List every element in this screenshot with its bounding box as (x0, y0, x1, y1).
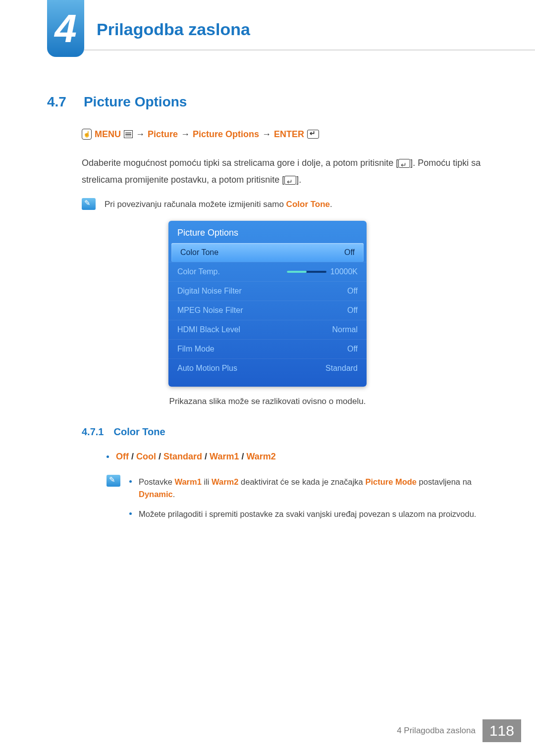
n2-1a: Postavke (139, 477, 174, 486)
chapter-number: 4 (54, 6, 77, 51)
section-number: 4.7 (47, 94, 66, 110)
note-1-text: Pri povezivanju računala možete izmijeni… (105, 198, 332, 211)
bullet-icon (129, 512, 132, 515)
para1-a: Odaberite mogućnost pomoću tipki sa stre… (82, 158, 398, 168)
note-icon (82, 198, 96, 210)
content-area: 4.7 Picture Options MENU → Picture → Pic… (0, 59, 535, 528)
osd-value-wrap: 10000K (287, 267, 358, 276)
subsection-number: 4.7.1 (82, 426, 104, 438)
osd-label: MPEG Noise Filter (177, 306, 243, 315)
n2-1b: Warm1 (174, 477, 201, 486)
osd-row-digital-noise[interactable]: Digital Noise Filter Off (168, 281, 367, 301)
opt-standard: Standard (163, 452, 202, 461)
slash-3: / (202, 452, 210, 461)
n2-1g: postavljena na (417, 477, 472, 486)
n2-1f: Picture Mode (365, 477, 417, 486)
footer-chapter-label: 4 Prilagodba zaslona (397, 726, 482, 736)
osd-row-color-temp[interactable]: Color Temp. 10000K (168, 262, 367, 281)
osd-value: Standard (325, 364, 358, 373)
note-2-item-1: Postavke Warm1 ili Warm2 deaktivirat će … (129, 476, 488, 501)
opt-warm2: Warm2 (246, 452, 275, 461)
osd-panel: Picture Options Color Tone Off Color Tem… (168, 221, 367, 387)
osd-title: Picture Options (168, 221, 367, 243)
n2-1h: Dynamic (139, 490, 173, 499)
footer-page-number: 118 (482, 719, 521, 742)
slider-icon (287, 271, 326, 273)
n2-2: Možete prilagoditi i spremiti postavke z… (139, 508, 476, 521)
osd-value: Off (347, 306, 358, 315)
osd-label: Digital Noise Filter (177, 287, 242, 296)
opt-warm1: Warm1 (210, 452, 239, 461)
enter-icon (307, 130, 319, 139)
note-2: Postavke Warm1 ili Warm2 deaktivirat će … (107, 475, 488, 528)
option-row: Off / Cool / Standard / Warm1 / Warm2 (107, 452, 488, 462)
page-header: 4 Prilagodba zaslona (0, 0, 535, 59)
remote-icon (82, 129, 92, 140)
option-list: Off / Cool / Standard / Warm1 / Warm2 (107, 452, 488, 462)
osd-value: Off (347, 287, 358, 296)
osd-value: Normal (332, 325, 358, 334)
slash-4: / (239, 452, 246, 461)
n2-1c: ili (202, 477, 212, 486)
osd-label: Color Temp. (177, 267, 220, 276)
note1-a: Pri povezivanju računala možete izmijeni… (105, 200, 286, 209)
note-icon (107, 475, 120, 487)
osd-label: Film Mode (177, 345, 214, 353)
bc-menu: MENU (95, 129, 121, 140)
osd-label: Color Tone (180, 248, 218, 257)
note-2-list: Postavke Warm1 ili Warm2 deaktivirat će … (129, 476, 488, 528)
note1-keyword: Color Tone (286, 200, 330, 209)
section-heading: 4.7 Picture Options (47, 94, 488, 110)
bullet-icon (107, 455, 109, 458)
paragraph-1: Odaberite mogućnost pomoću tipki sa stre… (82, 154, 488, 188)
para1-c: ]. (296, 175, 301, 185)
subsection-heading: 4.7.1 Color Tone (82, 426, 488, 438)
bc-picture-options: Picture Options (193, 129, 259, 140)
note-1: Pri povezivanju računala možete izmijeni… (82, 198, 488, 211)
slash-1: / (129, 452, 136, 461)
chapter-tab: 4 (47, 0, 84, 57)
enter-icon-inline-2 (284, 176, 296, 185)
subsection-title: Color Tone (113, 426, 165, 438)
n2-1i: . (173, 490, 175, 499)
osd-label: Auto Motion Plus (177, 364, 237, 373)
bc-arrow-1: → (136, 129, 145, 140)
osd-value: Off (347, 345, 358, 353)
section-title: Picture Options (84, 94, 187, 110)
note-2-item-2: Možete prilagoditi i spremiti postavke z… (129, 508, 488, 521)
header-divider (84, 50, 535, 50)
osd-row-hdmi-black[interactable]: HDMI Black Level Normal (168, 320, 367, 339)
osd-label: HDMI Black Level (177, 325, 240, 334)
osd-caption: Prikazana slika može se razlikovati ovis… (47, 397, 488, 406)
page-footer: 4 Prilagodba zaslona 118 (397, 719, 521, 742)
bullet-icon (129, 480, 132, 483)
osd-value: Off (344, 248, 355, 257)
note1-b: . (330, 200, 332, 209)
bc-arrow-3: → (262, 129, 271, 140)
n2-1e: deaktivirat će se kada je značajka (238, 477, 365, 486)
osd-row-film-mode[interactable]: Film Mode Off (168, 339, 367, 358)
chapter-title: Prilagodba zaslona (97, 20, 250, 39)
osd-bottom-pad (168, 378, 367, 387)
menu-bars-icon (124, 130, 133, 138)
osd-row-color-tone[interactable]: Color Tone Off (171, 243, 364, 262)
menu-breadcrumb: MENU → Picture → Picture Options → ENTER (82, 129, 488, 140)
osd-value: 10000K (330, 267, 358, 276)
bc-picture: Picture (148, 129, 178, 140)
n2-1d: Warm2 (212, 477, 238, 486)
bc-arrow-2: → (181, 129, 190, 140)
osd-row-mpeg-noise[interactable]: MPEG Noise Filter Off (168, 301, 367, 320)
opt-cool: Cool (136, 452, 156, 461)
slash-2: / (156, 452, 163, 461)
osd-row-auto-motion[interactable]: Auto Motion Plus Standard (168, 358, 367, 378)
opt-off: Off (116, 452, 129, 461)
enter-icon-inline-1 (398, 159, 410, 168)
bc-enter: ENTER (274, 129, 304, 140)
